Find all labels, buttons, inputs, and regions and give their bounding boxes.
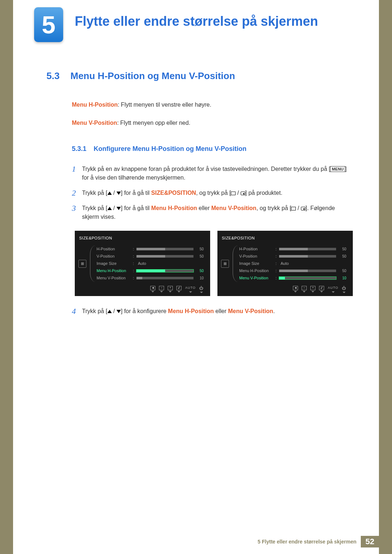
osd-value-text: Auto [136, 260, 204, 267]
text: eller [197, 205, 211, 211]
term-text: : Flytt menyen til venstre eller høyre. [118, 102, 211, 108]
power-icon: ⏻ [199, 285, 204, 291]
step-3: 3 Trykk på [ / ] for å gå til Menu H-Pos… [72, 204, 353, 221]
osd-auto-label: AUTO [328, 286, 338, 291]
section-title: Menu H-Position og Menu V-Position [70, 70, 235, 81]
page-footer: 5 Flytte eller endre størrelse på skjerm… [253, 536, 379, 547]
osd-label: V-Position [239, 253, 275, 259]
term-menu-h: Menu H-Position [72, 102, 118, 108]
triangle-down-icon [117, 192, 121, 195]
text: ] for å konfigurere [121, 308, 168, 314]
triangle-up-icon [107, 192, 112, 195]
caret-down-icon [303, 291, 306, 292]
text: ] for å gå til [121, 190, 151, 196]
osd-panel-left: SIZE&POSITION⊞H-Position:50V-Position:50… [75, 231, 210, 296]
caret-down-icon [160, 291, 163, 292]
osd-value: 50 [338, 254, 346, 259]
step-number: 2 [72, 189, 82, 197]
em-size-position: SIZE&POSITION [151, 190, 196, 196]
chapter-number-badge: 5 [34, 7, 63, 42]
caret-down-icon [151, 291, 154, 292]
caret-down-icon [189, 291, 192, 293]
curve-decoration [90, 246, 95, 282]
step-number: 1 [72, 165, 82, 182]
curve-decoration [233, 246, 238, 282]
osd-control-icon: ↲ [176, 286, 181, 290]
colon: : [133, 260, 136, 267]
step-1: 1 Trykk på en av knappene foran på produ… [72, 165, 353, 182]
page-strip-right [379, 0, 392, 554]
osd-label: Image Size [239, 260, 275, 267]
osd-controls: ◄−+↲AUTO⏻ [293, 285, 346, 294]
osd-row: Menu V-Position:10 [97, 275, 204, 282]
em-menu-v: Menu V-Position [228, 308, 273, 314]
osd-value-text: Auto [279, 260, 346, 267]
em-menu-h: Menu H-Position [151, 205, 197, 211]
em-menu-h: Menu H-Position [168, 308, 214, 314]
osd-control-icon: ↲ [319, 286, 324, 290]
screen-icon [231, 192, 236, 195]
osd-row: Menu V-Position:10 [239, 275, 346, 282]
osd-value: 50 [338, 268, 346, 274]
em-menu-v: Menu V-Position [211, 205, 256, 211]
step-text: Trykk på [ / ] for å gå til Menu H-Posit… [82, 204, 353, 221]
caret-down-icon [177, 291, 180, 292]
osd-control-icon: − [302, 286, 307, 290]
osd-control-icon: + [168, 286, 173, 290]
osd-slider [136, 248, 193, 250]
osd-row: Menu H-Position:50 [97, 267, 204, 275]
osd-slider [279, 255, 336, 258]
menu-key-icon: MENU [330, 166, 345, 172]
step-text: Trykk på en av knappene foran på produkt… [82, 165, 353, 182]
page-content: 5 Flytte eller endre størrelse på skjerm… [13, 0, 379, 554]
subsection-title: Konfigurere Menu H-Position og Menu V-Po… [94, 145, 246, 152]
main-body: 5.3Menu H-Position og Menu V-Position Me… [46, 69, 353, 322]
enter-icon [241, 192, 245, 195]
page-number: 52 [361, 536, 379, 547]
colon: : [275, 253, 279, 259]
caret-down-icon [200, 292, 203, 293]
osd-slider [279, 248, 336, 250]
text: Trykk på [ [82, 205, 107, 211]
osd-label: H-Position [97, 246, 133, 252]
term-menu-v: Menu V-Position [72, 120, 117, 126]
colon: : [275, 275, 279, 281]
section-number: 5.3 [46, 69, 70, 83]
osd-slider [136, 277, 193, 279]
text: ] på produktet. [245, 190, 282, 196]
osd-row: Image Size:Auto [97, 260, 204, 267]
osd-auto-label: AUTO [185, 286, 196, 291]
text: Trykk på [ [82, 308, 107, 314]
osd-title: SIZE&POSITION [222, 235, 346, 241]
triangle-down-icon [117, 310, 121, 313]
text: eller [214, 308, 228, 314]
osd-title: SIZE&POSITION [79, 235, 204, 241]
osd-slider [136, 255, 193, 258]
osd-label: V-Position [97, 253, 133, 259]
osd-screenshot-row: SIZE&POSITION⊞H-Position:50V-Position:50… [75, 231, 353, 296]
osd-label: Image Size [97, 260, 133, 267]
osd-row: H-Position:50 [239, 246, 346, 253]
osd-value: 50 [196, 268, 204, 274]
osd-control-icon: ◄ [150, 286, 155, 290]
description-line: Menu H-Position: Flytt menyen til venstr… [72, 100, 353, 109]
caret-down-icon [332, 291, 335, 293]
step-number: 3 [72, 204, 82, 221]
page-strip-left [0, 0, 13, 554]
subsection-heading: 5.3.1Konfigurere Menu H-Position og Menu… [72, 144, 353, 154]
colon: : [275, 246, 279, 252]
osd-value: 50 [338, 246, 346, 252]
colon: : [275, 268, 279, 274]
osd-label: Menu H-Position [97, 268, 133, 274]
text: Trykk på [ [82, 190, 107, 196]
colon: : [133, 253, 136, 259]
osd-label: Menu V-Position [239, 275, 275, 281]
step-4: 4 Trykk på [ / ] for å konfigurere Menu … [72, 307, 353, 316]
text: , og trykk på [ [256, 205, 291, 211]
caret-down-icon [169, 291, 172, 292]
step-2: 2 Trykk på [ / ] for å gå til SIZE&POSIT… [72, 189, 353, 197]
osd-row: H-Position:50 [97, 246, 204, 253]
footer-text: 5 Flytte eller endre størrelse på skjerm… [253, 536, 361, 547]
power-icon: ⏻ [342, 285, 346, 291]
step-text: Trykk på [ / ] for å konfigurere Menu H-… [82, 307, 353, 316]
